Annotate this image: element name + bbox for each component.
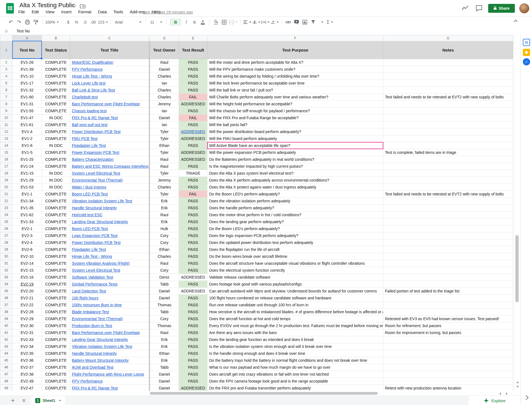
cell-test-purpose[interactable]: Does aircraft get into crazy vibrations … [207, 371, 383, 378]
cell-test-title[interactable]: Software Validation Test [70, 274, 149, 281]
cell-test-result[interactable]: PASS [179, 80, 207, 87]
cell-test-purpose[interactable]: Will the lock lever performance be accep… [207, 80, 383, 87]
cell-test-result[interactable]: PASS [179, 142, 207, 149]
cell-test-status[interactable]: COMPLETE [42, 288, 70, 295]
cell-test-status[interactable]: COMPLETE [42, 212, 70, 218]
column-title-cell[interactable]: Test Purpose [207, 41, 383, 59]
cell-notes[interactable] [383, 128, 513, 135]
cell-test-status[interactable]: COMPLETE [42, 73, 70, 80]
test-title-link[interactable]: Lock Lever Life test [72, 81, 105, 85]
cell-test-result[interactable]: PASS [179, 371, 207, 378]
cell-test-purpose[interactable]: Run one release candidate unit through 1… [207, 302, 383, 309]
cell-test-status[interactable]: COMPLETE [42, 281, 70, 288]
row-number[interactable]: 13 [0, 135, 12, 142]
test-title-link[interactable]: FRX Pro & RC Range Test [72, 386, 118, 390]
test-title-link[interactable]: System Level Electrical Test [72, 268, 120, 272]
cell-test-purpose[interactable]: Will the power expansion PCB perform ade… [207, 149, 383, 156]
menu-item-edit[interactable]: Edit [32, 9, 39, 14]
cell-test-purpose[interactable]: Do the FRX pro and Futaba transmitter pe… [207, 385, 383, 391]
test-title-link[interactable]: Logic Expansion PCB Test [72, 233, 118, 238]
menu-item-format[interactable]: Format [78, 9, 92, 14]
cell-test-owner[interactable]: Charles [150, 73, 179, 80]
menu-item-view[interactable]: View [45, 9, 54, 14]
row-number[interactable]: 36 [0, 295, 12, 302]
cell-notes[interactable] [383, 114, 513, 121]
cell-test-title[interactable]: Battery and ESC Wiring Compass Interefen… [70, 163, 149, 170]
column-title-cell[interactable]: Test No [12, 41, 42, 59]
cell-test-owner[interactable]: Tyler [150, 191, 179, 198]
cell-test-result[interactable]: PASS [179, 121, 207, 128]
cell-notes[interactable] [383, 135, 513, 142]
test-title-link[interactable]: System Vibration Analysis (Flight) [72, 261, 130, 266]
cell-test-owner[interactable]: Jeremy [150, 177, 179, 184]
cell-test-owner[interactable]: Daniel [150, 66, 179, 73]
cell-test-no[interactable]: EV1-60 [12, 94, 42, 101]
row-number[interactable]: 23 [0, 205, 12, 212]
borders-button[interactable] [221, 18, 228, 26]
cell-notes[interactable]: Test is complete, failed items are in tr… [383, 149, 513, 156]
cell-test-purpose[interactable]: How senstive is the aircraft to imbalanc… [207, 309, 383, 315]
cell-test-status[interactable]: COMPLETE [42, 343, 70, 350]
cell-test-owner[interactable]: Cory [150, 239, 179, 246]
row-number[interactable]: 21 [0, 191, 12, 198]
cell-test-purpose[interactable]: Does the Alta X perform adequately acros… [207, 177, 383, 184]
cell-test-status[interactable]: COMPLETE [42, 191, 70, 198]
cell-test-no[interactable]: EV1-62 [12, 212, 42, 218]
star-icon[interactable]: ☆ [72, 3, 77, 9]
test-title-link[interactable]: Ball joint pull out test [72, 123, 107, 127]
column-header-D[interactable]: D [150, 35, 179, 41]
row-number[interactable]: 30 [0, 253, 12, 260]
cell-test-purpose[interactable]: Will the FRX Pro and Futaba Range be acc… [207, 114, 383, 121]
comments-icon[interactable] [475, 5, 483, 13]
cell-test-purpose[interactable]: Validate release candidate software [207, 274, 383, 281]
cell-test-result[interactable]: PASS [179, 267, 207, 274]
row-number[interactable]: 42 [0, 336, 12, 343]
cell-test-title[interactable]: Baro Performance over Flight Envelope [70, 101, 149, 108]
cell-test-status[interactable]: IN DOC [42, 170, 70, 177]
column-title-cell[interactable]: Test Result [179, 41, 207, 59]
cell-test-title[interactable]: Handle Structural Integrity [70, 205, 149, 212]
cell-test-result[interactable]: PASS [179, 239, 207, 246]
column-header-B[interactable]: B [42, 35, 70, 41]
merge-cells-button[interactable] [229, 18, 237, 26]
test-title-link[interactable]: Battery Characterization [72, 157, 113, 162]
column-header-C[interactable]: C [70, 35, 149, 41]
test-title-link[interactable]: Battery Mount Structural Integrity [72, 358, 129, 363]
sheet-tab-sheet1[interactable]: 1 Sheet1 [31, 396, 65, 405]
cell-test-owner[interactable]: Daniel [150, 385, 179, 391]
cell-notes[interactable] [383, 267, 513, 274]
cell-test-title[interactable]: Landing Gear Structural Integrity [70, 336, 149, 343]
cell-test-result[interactable]: PASS [179, 225, 207, 232]
cell-notes[interactable] [383, 343, 513, 350]
cell-test-title[interactable]: Handle Structural Integrity [70, 350, 149, 357]
cell-test-purpose[interactable]: Does the logic expansion PCB perform ade… [207, 232, 383, 239]
cell-test-status[interactable]: COMPLETE [42, 274, 70, 281]
cell-test-result[interactable]: PASS [179, 281, 207, 288]
cell-test-result[interactable]: PASS [179, 184, 207, 191]
cell-notes[interactable] [383, 302, 513, 309]
cell-test-status[interactable]: COMPLETE [42, 302, 70, 309]
cell-test-result[interactable]: PASS [179, 260, 207, 267]
cell-test-title[interactable]: Flopdapter Life Test [70, 142, 149, 149]
cell-test-title[interactable]: Charliebolt test [70, 94, 149, 101]
test-title-link[interactable]: Power Expansion PCB Test [72, 150, 119, 155]
cell-test-title[interactable]: Boom LED PCB Test [70, 225, 149, 232]
cell-test-title[interactable]: Ball Link & Strut Life Test [70, 87, 149, 94]
cell-test-owner[interactable]: Erik [150, 218, 179, 225]
cell-test-title[interactable]: Baro Performance over Flight Envelope [70, 329, 149, 336]
cell-test-owner[interactable]: Tyler [150, 128, 179, 135]
cell-test-result[interactable]: PASS [179, 309, 207, 315]
cell-test-title[interactable]: FMU PCB Test [70, 135, 149, 142]
cell-notes[interactable] [383, 184, 513, 191]
cell-test-owner[interactable]: Tabb [150, 364, 179, 371]
cell-notes[interactable] [383, 101, 513, 108]
cell-test-title[interactable]: 100 flight hours [70, 295, 149, 302]
cell-notes[interactable] [383, 108, 513, 114]
row-number[interactable]: 24 [0, 212, 12, 218]
italic-button[interactable]: I [183, 18, 190, 26]
cell-test-owner[interactable]: Tyler [150, 149, 179, 156]
row-number[interactable]: 22 [0, 198, 12, 205]
cell-notes[interactable]: Room for refinement, but passes [383, 322, 513, 329]
text-wrap-button[interactable] [262, 18, 270, 26]
cell-test-no[interactable]: EV2-10 [12, 253, 42, 260]
